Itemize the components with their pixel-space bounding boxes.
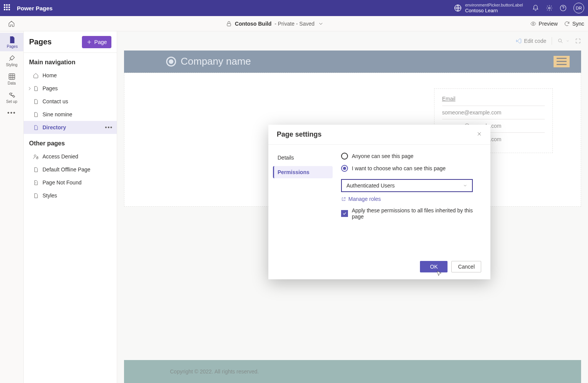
env-label: environmentPicker.buttonLabel xyxy=(465,3,523,8)
rail-data-label: Data xyxy=(8,81,16,85)
open-icon xyxy=(341,197,346,202)
pages-panel: Pages Page Main navigation Home Pages Co… xyxy=(24,31,117,383)
roles-select-value: Authenticated Users xyxy=(346,183,395,189)
nav-item-label: Access Denied xyxy=(42,153,78,160)
rail-styling-label: Styling xyxy=(6,63,17,67)
nav-item-label: Home xyxy=(42,72,57,78)
other-item-offline[interactable]: Default Offline Page xyxy=(24,163,117,176)
page-icon xyxy=(33,99,39,104)
page-warning-icon xyxy=(33,180,39,186)
file-icon xyxy=(8,36,16,44)
rail-setup[interactable]: Set up xyxy=(0,88,23,106)
rail-pages-label: Pages xyxy=(7,44,18,49)
chevron-down-icon xyxy=(463,183,467,188)
svg-rect-5 xyxy=(9,73,15,79)
app-launcher-icon[interactable] xyxy=(4,4,11,12)
radio-choose[interactable]: I want to choose who can see this page xyxy=(341,162,481,174)
nav-item-label: Contact us xyxy=(42,98,68,104)
add-page-label: Page xyxy=(94,39,107,45)
left-rail: Pages Styling Data Set up ••• xyxy=(0,31,24,383)
cancel-button[interactable]: Cancel xyxy=(451,261,481,272)
manage-roles-label: Manage roles xyxy=(348,196,381,202)
preview-label: Preview xyxy=(539,21,558,27)
page-icon xyxy=(33,112,39,117)
environment-picker[interactable]: environmentPicker.buttonLabel Contoso Le… xyxy=(454,3,523,14)
env-name: Contoso Learn xyxy=(465,8,523,14)
dialog-title: Page settings xyxy=(277,130,322,139)
rail-pages[interactable]: Pages xyxy=(0,33,23,51)
radio-anyone-label: Anyone can see this page xyxy=(352,153,413,159)
user-avatar[interactable]: DR xyxy=(573,3,584,13)
plus-icon xyxy=(87,39,92,45)
other-item-not-found[interactable]: Page Not Found xyxy=(24,176,117,189)
command-bar: Contoso Build - Private - Saved Preview … xyxy=(0,16,588,31)
home-icon xyxy=(8,20,15,27)
page-icon xyxy=(33,193,39,199)
ok-button[interactable]: OK xyxy=(420,261,448,272)
apply-permissions-checkbox[interactable]: Apply these permissions to all files inh… xyxy=(341,207,481,220)
site-status: - Private - Saved xyxy=(274,21,314,27)
nav-item-label: Styles xyxy=(42,192,57,199)
rail-setup-label: Set up xyxy=(6,99,17,104)
nav-item-home[interactable]: Home xyxy=(24,69,117,82)
chevron-down-icon[interactable] xyxy=(318,21,324,27)
nav-item-sine[interactable]: Sine nomine xyxy=(24,108,117,121)
radio-choose-label: I want to choose who can see this page xyxy=(352,165,446,171)
apply-permissions-label: Apply these permissions to all files inh… xyxy=(352,207,481,220)
other-pages-heading: Other pages xyxy=(24,134,117,150)
page-icon xyxy=(33,167,39,173)
grid-icon xyxy=(8,73,16,80)
radio-icon xyxy=(341,165,348,172)
rail-styling[interactable]: Styling xyxy=(0,51,23,70)
sync-icon xyxy=(564,21,570,27)
checkbox-icon xyxy=(341,210,348,217)
home-button[interactable] xyxy=(4,20,19,27)
svg-point-1 xyxy=(549,7,550,9)
tab-permissions[interactable]: Permissions xyxy=(273,166,333,178)
page-icon xyxy=(33,86,39,91)
rail-more[interactable]: ••• xyxy=(0,106,23,119)
radio-anyone[interactable]: Anyone can see this page xyxy=(341,150,481,162)
tab-details[interactable]: Details xyxy=(273,152,333,164)
rail-data[interactable]: Data xyxy=(0,70,23,88)
tab-permissions-label: Permissions xyxy=(278,169,309,175)
svg-point-4 xyxy=(532,23,534,24)
main-nav-heading: Main navigation xyxy=(24,53,117,69)
nav-item-pages[interactable]: Pages xyxy=(24,82,117,95)
user-lock-icon xyxy=(33,154,39,160)
close-button[interactable] xyxy=(477,131,482,138)
chevron-right-icon[interactable] xyxy=(27,86,33,91)
svg-rect-3 xyxy=(227,23,230,26)
nav-item-directory[interactable]: Directory ••• xyxy=(24,121,117,134)
bell-icon[interactable] xyxy=(532,5,539,11)
manage-roles-link[interactable]: Manage roles xyxy=(341,196,481,202)
tab-details-label: Details xyxy=(278,155,294,161)
help-icon[interactable] xyxy=(560,5,567,11)
wrench-icon xyxy=(8,91,16,99)
other-item-access-denied[interactable]: Access Denied xyxy=(24,150,117,163)
lock-icon xyxy=(226,21,232,27)
nav-item-contact[interactable]: Contact us xyxy=(24,95,117,108)
svg-point-6 xyxy=(34,155,36,156)
canvas: Edit code Company name xyxy=(117,31,588,383)
gear-icon[interactable] xyxy=(546,5,553,11)
product-name[interactable]: Power Pages xyxy=(17,5,52,11)
sync-button[interactable]: Sync xyxy=(564,21,584,27)
preview-button[interactable]: Preview xyxy=(530,21,558,27)
item-more-icon[interactable]: ••• xyxy=(105,124,113,130)
add-page-button[interactable]: Page xyxy=(82,36,111,48)
home-icon xyxy=(33,73,39,78)
radio-icon xyxy=(341,153,348,160)
nav-item-label: Pages xyxy=(42,85,58,91)
nav-item-label: Page Not Found xyxy=(42,179,82,186)
roles-select[interactable]: Authenticated Users xyxy=(341,179,473,192)
ellipsis-icon: ••• xyxy=(7,109,16,116)
sync-label: Sync xyxy=(572,21,584,27)
other-item-styles[interactable]: Styles xyxy=(24,189,117,202)
globe-icon xyxy=(454,4,462,12)
top-bar: Power Pages environmentPicker.buttonLabe… xyxy=(0,0,588,16)
page-icon xyxy=(33,125,39,130)
close-icon xyxy=(477,131,482,137)
brush-icon xyxy=(8,54,16,62)
pages-panel-title: Pages xyxy=(29,37,52,46)
